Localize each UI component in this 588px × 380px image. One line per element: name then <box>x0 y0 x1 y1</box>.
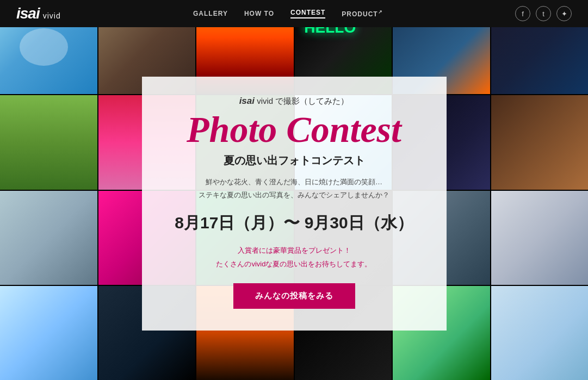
contest-subtitle: isai vivid で撮影（してみた） <box>169 96 419 107</box>
nav-link-gallery[interactable]: GALLERY <box>193 10 228 17</box>
subtitle-logo: isai <box>239 96 255 106</box>
contest-description: 鮮やかな花火、青く澄んだ海、日に焼けた満面の笑顔… ステキな夏の思い出の写真を、… <box>169 176 419 201</box>
subtitle-text: vivid で撮影（してみた） <box>257 96 349 105</box>
contest-prize: 入賞者には豪華賞品をプレゼント！ たくさんのvividな夏の思い出をお待ちしてま… <box>169 244 419 271</box>
logo-isai: isai <box>16 5 40 22</box>
contest-headline: 夏の思い出フォトコンテスト <box>169 153 419 168</box>
site-logo: isai vivid <box>16 5 61 22</box>
contest-desc-line2: ステキな夏の思い出の写真を、みんなでシェアしませんか？ <box>169 189 419 201</box>
nav-link-contest[interactable]: CONTEST <box>290 9 325 18</box>
prize-line2: たくさんのvividな夏の思い出をお待ちしてます。 <box>169 258 419 271</box>
contest-dates: 8月17日（月）〜 9月30日（水） <box>169 212 419 234</box>
contest-box: isai vivid で撮影（してみた） Photo Contest 夏の思い出… <box>142 77 447 330</box>
external-link-icon: ↗ <box>378 9 383 15</box>
contest-overlay: isai vivid で撮影（してみた） Photo Contest 夏の思い出… <box>0 27 588 380</box>
contest-desc-line1: 鮮やかな花火、青く澄んだ海、日に焼けた満面の笑顔… <box>169 176 419 188</box>
contest-main-title: Photo Contest <box>169 111 419 148</box>
facebook-icon[interactable]: f <box>515 6 530 21</box>
twitter-icon[interactable]: t <box>536 6 551 21</box>
social-links: f t ✦ <box>515 6 572 21</box>
nav-link-howto[interactable]: HOW TO <box>244 10 274 17</box>
nav-link-product[interactable]: PRODUCT↗ <box>342 9 382 18</box>
view-posts-button[interactable]: みんなの投稿をみる <box>233 283 355 309</box>
nav-links: GALLERY HOW TO CONTEST PRODUCT↗ <box>193 9 383 18</box>
logo-vivid: vivid <box>43 11 61 20</box>
prize-line1: 入賞者には豪華賞品をプレゼント！ <box>169 244 419 258</box>
main-nav: isai vivid GALLERY HOW TO CONTEST PRODUC… <box>0 0 588 27</box>
instagram-icon[interactable]: ✦ <box>556 6 572 21</box>
